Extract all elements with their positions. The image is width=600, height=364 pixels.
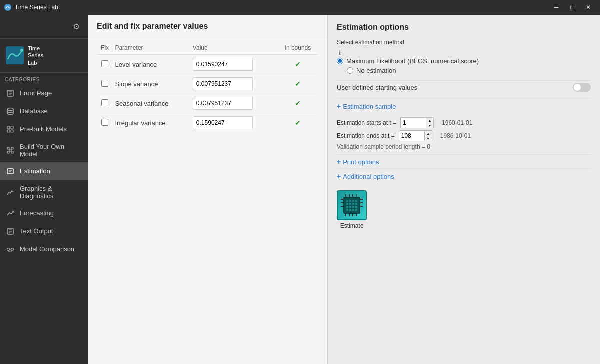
estimation-starts-spinners: ▲ ▼ (426, 118, 434, 128)
col-fix: Fix (97, 42, 113, 55)
svg-rect-9 (11, 126, 14, 129)
svg-rect-16 (10, 150, 12, 152)
sidebar-categories-label: Categories (0, 73, 88, 84)
radio-no-estimation[interactable] (347, 68, 354, 74)
settings-button[interactable]: ⚙ (71, 20, 82, 34)
cpu-cell (352, 203, 354, 205)
svg-rect-15 (12, 152, 14, 154)
sidebar-item-label: Pre-built Models (20, 126, 67, 133)
cpu-cell (346, 206, 348, 208)
minimize-button[interactable]: ─ (549, 2, 564, 12)
maximize-button[interactable]: □ (565, 2, 580, 12)
estimate-label: Estimate (340, 222, 364, 230)
user-defined-row: User defined starting values (337, 80, 591, 94)
select-method-label: Select estimation method (337, 39, 591, 46)
param-checkbox-level-variance[interactable] (102, 60, 108, 68)
svg-rect-8 (8, 126, 10, 129)
estimate-cpu-icon (337, 190, 367, 220)
svg-rect-12 (8, 148, 10, 150)
info-icon: ℹ (339, 50, 341, 56)
table-row: Irregular variance ✔ (97, 114, 318, 133)
sidebar-item-text-output[interactable]: Text Output (0, 222, 88, 240)
param-value-slope-variance[interactable] (193, 78, 253, 90)
cpu-pins-bottom (346, 214, 357, 216)
logo-icon (6, 46, 24, 64)
param-value-seasonal-variance[interactable] (193, 97, 253, 110)
cpu-cell (346, 203, 348, 205)
table-row: Seasonal variance ✔ (97, 94, 318, 114)
cpu-cell (356, 203, 358, 205)
svg-rect-11 (11, 130, 14, 132)
radio-ml-bfgs-label: Maximum Likelihood (BFGS, numerical scor… (346, 58, 479, 65)
estimation-sample-header[interactable]: + Estimation sample (337, 99, 591, 114)
estimate-button[interactable]: Estimate (337, 190, 367, 230)
param-checkbox-slope-variance[interactable] (102, 80, 108, 87)
estimation-ends-input[interactable] (400, 131, 424, 141)
estimation-ends-row: Estimation ends at t = ▲ ▼ 1986-10-01 (337, 130, 591, 142)
col-parameter: Parameter (113, 42, 190, 55)
additional-options-header[interactable]: + Additional options (337, 169, 591, 184)
edit-panel: Edit and fix parameter values Fix Parame… (88, 15, 328, 364)
cpu-pins-top (346, 194, 357, 197)
pre-built-models-icon (6, 125, 15, 134)
cpu-cell (352, 206, 354, 208)
estimation-starts-input[interactable] (401, 118, 426, 128)
titlebar: Time Series Lab ─ □ ✕ (0, 0, 600, 15)
sidebar-item-estimation[interactable]: Estimation (0, 162, 88, 180)
radio-group-methods: Maximum Likelihood (BFGS, numerical scor… (337, 56, 591, 76)
user-defined-label: User defined starting values (337, 84, 418, 92)
estimation-icon (6, 167, 15, 176)
app-icon (4, 4, 12, 12)
param-checkbox-irregular-variance[interactable] (102, 119, 108, 126)
svg-point-7 (8, 108, 14, 110)
cpu-cell (346, 209, 348, 211)
table-row: Level variance ✔ (97, 55, 318, 74)
param-checkbox-seasonal-variance[interactable] (102, 100, 108, 106)
cpu-cell (350, 209, 352, 211)
estimation-ends-up[interactable]: ▲ (425, 131, 432, 136)
cpu-cell (352, 209, 354, 211)
estimation-ends-down[interactable]: ▼ (425, 136, 432, 141)
sidebar-item-graphics-diagnostics[interactable]: Graphics & Diagnostics (0, 180, 88, 204)
estimation-starts-up[interactable]: ▲ (426, 118, 434, 123)
print-options-header[interactable]: + Print options (337, 154, 591, 169)
radio-ml-bfgs[interactable] (337, 58, 344, 64)
sidebar-item-front-page[interactable]: Front Page (0, 84, 88, 102)
estimation-starts-date: 1960-01-01 (442, 120, 472, 126)
options-panel: Estimation options Select estimation met… (328, 15, 600, 364)
sidebar-item-database[interactable]: Database (0, 102, 88, 120)
sidebar-item-model-comparison[interactable]: Model Comparison (0, 240, 88, 258)
sidebar-item-label: Text Output (20, 228, 53, 235)
user-defined-toggle[interactable] (573, 83, 591, 92)
cpu-pins-right (360, 199, 363, 207)
col-value: Value (191, 42, 278, 55)
sidebar-item-build-your-own-model[interactable]: Build Your Own Model (0, 138, 88, 162)
param-value-level-variance[interactable] (193, 58, 253, 71)
svg-rect-14 (12, 148, 14, 150)
titlebar-controls: ─ □ ✕ (549, 2, 596, 12)
options-title: Estimation options (337, 23, 591, 32)
sidebar-item-pre-built-models[interactable]: Pre-built Models (0, 120, 88, 138)
additional-options-plus-icon: + (337, 172, 341, 180)
estimation-starts-row: Estimation starts at t = ▲ ▼ 1960-01-01 (337, 118, 591, 128)
cpu-cell (350, 200, 352, 202)
estimation-ends-input-wrap: ▲ ▼ (399, 130, 432, 142)
sidebar: ⚙ Time Series Lab Categories Front Page (0, 15, 88, 364)
estimation-starts-down[interactable]: ▼ (426, 123, 434, 128)
svg-rect-13 (8, 152, 10, 154)
param-value-irregular-variance[interactable] (193, 116, 253, 130)
front-page-icon (6, 89, 15, 98)
content-area: Edit and fix parameter values Fix Parame… (88, 15, 600, 364)
table-row: Slope variance ✔ (97, 74, 318, 94)
param-name-level-variance: Level variance (113, 55, 190, 74)
app-title: Time Series Lab (15, 4, 58, 11)
svg-rect-10 (8, 130, 10, 132)
param-inbounds-level-variance: ✔ (280, 60, 316, 68)
svg-point-26 (12, 248, 14, 250)
svg-point-2 (20, 49, 24, 52)
sidebar-item-forecasting[interactable]: Forecasting (0, 204, 88, 222)
print-options-plus-icon: + (337, 158, 341, 166)
estimation-ends-label: Estimation ends at t = (337, 132, 395, 140)
close-button[interactable]: ✕ (581, 2, 596, 12)
cpu-cell (350, 203, 352, 205)
